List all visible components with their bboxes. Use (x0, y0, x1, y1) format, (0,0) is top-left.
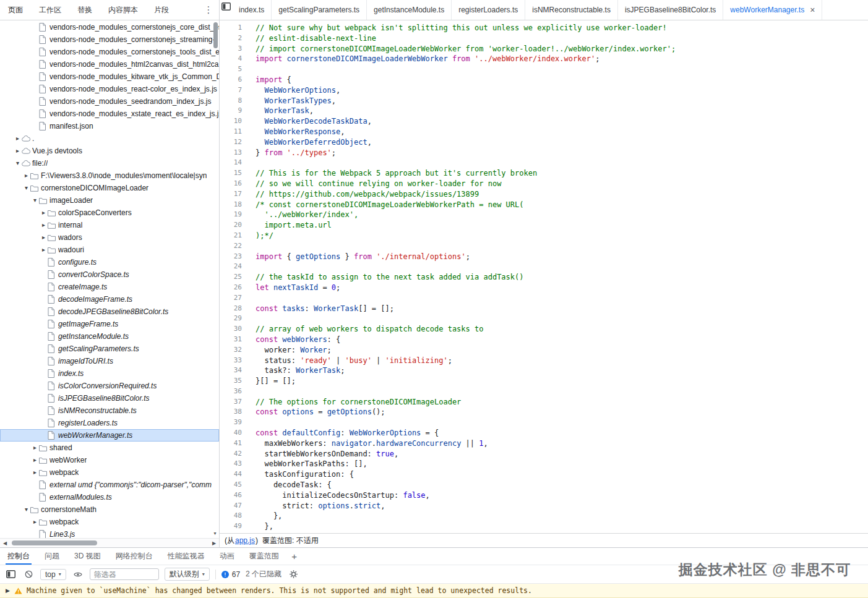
line-number[interactable]: 25 (220, 272, 247, 283)
tree-item[interactable]: getScalingParameters.ts (0, 343, 219, 355)
line-number[interactable]: 29 (220, 314, 247, 324)
line-number[interactable]: 21 (220, 231, 247, 241)
chevron-right-icon[interactable]: ▸ (31, 469, 39, 476)
panel-tab[interactable]: 页面 (0, 0, 31, 20)
panel-tab[interactable]: 内容脚本 (100, 0, 146, 20)
drawer-tab[interactable]: 性能监视器 (160, 548, 212, 565)
line-number[interactable]: 42 (220, 449, 247, 459)
javascript-context-selector[interactable]: top▾ (40, 569, 66, 580)
line-number[interactable]: 26 (220, 283, 247, 293)
line-number[interactable]: 39 (220, 417, 247, 428)
chevron-right-icon[interactable]: ▸ (40, 247, 48, 253)
line-number[interactable]: 14 (220, 158, 247, 168)
chevron-right-icon[interactable]: ▸ (40, 234, 48, 241)
tree-item[interactable]: registerLoaders.ts (0, 417, 219, 429)
tree-item[interactable]: ▾file:// (0, 157, 219, 169)
clear-console-icon[interactable] (22, 568, 35, 581)
chevron-right-icon[interactable]: ▸ (14, 148, 22, 154)
line-number[interactable]: 18 (220, 200, 247, 210)
tree-item[interactable]: ▾cornerstoneMath (0, 503, 219, 516)
panel-tab[interactable]: 工作区 (31, 0, 69, 20)
line-number[interactable]: 27 (220, 293, 247, 304)
tree-item[interactable]: ▾imageLoader (0, 194, 219, 207)
tree-item[interactable]: ▸webpack (0, 466, 219, 479)
tree-item[interactable]: ▸colorSpaceConverters (0, 207, 219, 219)
tree-item[interactable]: vendors-node_modules_cornerstonejs_core_… (0, 21, 219, 33)
line-number[interactable]: 24 (220, 262, 247, 272)
chevron-right-icon[interactable]: ▸ (40, 222, 48, 228)
console-filter-input[interactable] (90, 568, 159, 580)
line-number[interactable]: 2 (220, 33, 247, 44)
tree-item[interactable]: configure.ts (0, 256, 219, 268)
line-number[interactable]: 35 (220, 376, 247, 387)
chevron-right-icon[interactable]: ▸ (31, 445, 39, 451)
drawer-tab[interactable]: 动画 (212, 548, 242, 565)
line-number[interactable]: 12 (220, 137, 247, 148)
tree-item[interactable]: ▸Vue.js devtools (0, 145, 219, 157)
line-number[interactable]: 5 (220, 64, 247, 75)
vertical-scrollbar-thumb[interactable] (213, 22, 218, 48)
line-number[interactable]: 9 (220, 106, 247, 116)
more-tabs-icon[interactable]: ⋮ (203, 4, 214, 15)
tree-item[interactable]: vendors-node_modules_kitware_vtk_js_Comm… (0, 70, 219, 83)
line-number[interactable]: 47 (220, 501, 247, 511)
panel-tab[interactable]: 替换 (69, 0, 100, 20)
chevron-down-icon[interactable]: ▾ (31, 197, 39, 203)
log-level-dropdown[interactable]: 默认级别▾ (165, 568, 210, 581)
horizontal-scrollbar-track[interactable] (9, 540, 208, 545)
line-number[interactable]: 6 (220, 75, 247, 85)
line-number[interactable]: 46 (220, 490, 247, 501)
chevron-down-icon[interactable]: ▾ (14, 160, 22, 166)
console-settings-gear-icon[interactable] (287, 568, 299, 581)
add-tab-icon[interactable]: + (286, 548, 303, 565)
line-number[interactable]: 30 (220, 324, 247, 335)
editor-tab[interactable]: getInstanceModule.ts (367, 0, 452, 20)
line-number[interactable]: 34 (220, 365, 247, 376)
tree-item[interactable]: vendors-node_modules_seedrandom_index_js… (0, 95, 219, 108)
tree-item[interactable]: ▾cornerstoneDICOMImageLoader (0, 182, 219, 194)
drawer-tab[interactable]: 3D 视图 (67, 548, 108, 565)
tree-item[interactable]: imageIdToURI.ts (0, 355, 219, 367)
chevron-right-icon[interactable]: ▸ (14, 135, 22, 142)
editor-tab[interactable]: registerLoaders.ts (452, 0, 525, 20)
line-number[interactable]: 4 (220, 54, 247, 64)
line-number[interactable]: 41 (220, 438, 247, 449)
line-number[interactable]: 8 (220, 96, 247, 106)
tree-item[interactable]: external umd {"commonjs":"dicom-parser",… (0, 479, 219, 491)
tree-item[interactable]: ▸. (0, 132, 219, 145)
tree-item[interactable]: ▸internal (0, 219, 219, 231)
live-expression-eye-icon[interactable] (72, 568, 84, 581)
line-number[interactable]: 17 (220, 189, 247, 200)
chevron-down-icon[interactable]: ▾ (22, 185, 30, 191)
editor-tab[interactable]: isNMReconstructable.ts (525, 0, 618, 20)
line-number[interactable]: 20 (220, 220, 247, 231)
editor-tab[interactable]: index.ts (232, 0, 272, 20)
tree-item[interactable]: Line3.js (0, 528, 219, 538)
tree-item[interactable]: ▸wadors (0, 231, 219, 244)
tree-item[interactable]: ▸wadouri (0, 244, 219, 256)
tree-item[interactable]: decodeImageFrame.ts (0, 293, 219, 305)
tree-item[interactable]: index.ts (0, 367, 219, 380)
tree-item[interactable]: getImageFrame.ts (0, 318, 219, 330)
chevron-right-icon[interactable]: ▸ (31, 519, 39, 525)
line-number[interactable]: 23 (220, 252, 247, 262)
line-number[interactable]: 1 (220, 23, 247, 33)
toggle-navigator-icon[interactable] (220, 0, 232, 12)
line-number[interactable]: 43 (220, 459, 247, 469)
tree-item[interactable]: getInstanceModule.ts (0, 330, 219, 343)
line-number[interactable]: 38 (220, 407, 247, 417)
chevron-right-icon[interactable]: ▸ (22, 173, 30, 179)
line-number[interactable]: 32 (220, 345, 247, 356)
line-number[interactable]: 36 (220, 387, 247, 397)
line-number[interactable]: 16 (220, 179, 247, 189)
issues-counter[interactable]: 67 (221, 570, 240, 579)
tree-item[interactable]: decodeJPEGBaseline8BitColor.ts (0, 305, 219, 318)
line-number[interactable]: 22 (220, 241, 247, 252)
chevron-down-icon[interactable]: ▾ (22, 506, 30, 513)
drawer-tab[interactable]: 问题 (37, 548, 67, 565)
panel-tab[interactable]: 片段 (146, 0, 177, 20)
scroll-down-icon[interactable]: ▾ (212, 530, 218, 537)
tree-item[interactable]: webWorkerManager.ts (0, 429, 219, 442)
tree-item[interactable]: manifest.json (0, 120, 219, 132)
line-number[interactable]: 11 (220, 127, 247, 137)
